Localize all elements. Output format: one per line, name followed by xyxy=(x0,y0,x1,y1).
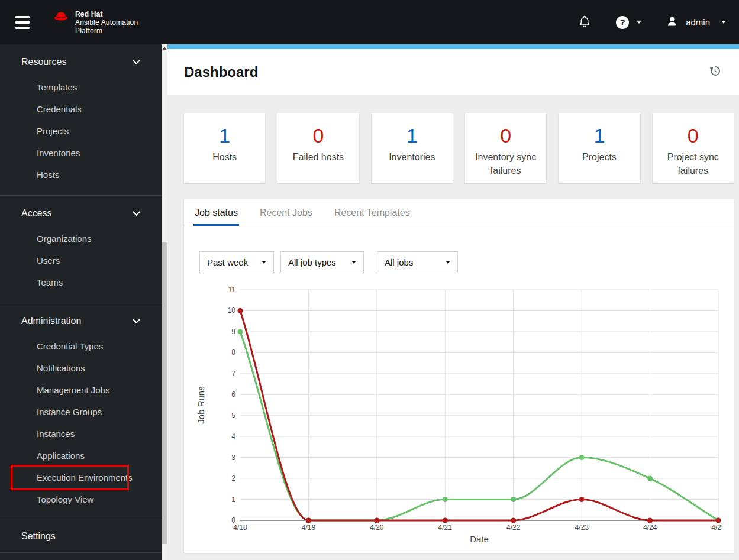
sidebar-item-credential-types[interactable]: Credential Types xyxy=(0,335,162,357)
sidebar-item-instance-groups[interactable]: Instance Groups xyxy=(0,401,162,423)
summary-card-inventory-sync-failures: 0Inventory sync failures xyxy=(465,113,546,183)
x-tick-label: 4/18 xyxy=(233,523,247,532)
tab-recent-templates[interactable]: Recent Templates xyxy=(333,199,411,226)
filter-select-all-job-types[interactable]: All job types xyxy=(280,251,364,273)
sidebar-item-applications[interactable]: Applications xyxy=(0,445,162,467)
y-tick-label: 7 xyxy=(231,370,235,378)
sidebar-group-toggle-administration[interactable]: Administration xyxy=(0,307,162,335)
sidebar-item-users[interactable]: Users xyxy=(0,250,162,271)
sidebar-group-settings: Settings xyxy=(0,520,162,553)
user-menu-button[interactable]: admin xyxy=(666,15,726,29)
scrollbar-up-arrow-icon[interactable] xyxy=(162,47,167,50)
dashboard-content: 1Hosts0Failed hosts1Inventories0Inventor… xyxy=(167,95,739,553)
data-point-red[interactable] xyxy=(511,518,516,523)
data-point-red[interactable] xyxy=(579,497,585,502)
sidebar-item-projects[interactable]: Projects xyxy=(0,120,162,142)
sidebar-item-templates[interactable]: Templates xyxy=(0,76,162,98)
y-axis-title: Job Runs xyxy=(196,386,206,423)
help-menu-button[interactable]: ? xyxy=(616,16,641,29)
caret-down-icon xyxy=(637,21,641,24)
card-value[interactable]: 0 xyxy=(653,124,734,147)
nav-toggle-button[interactable] xyxy=(13,14,32,31)
sidebar-group-label: Administration xyxy=(21,316,81,326)
sidebar-item-inventories[interactable]: Inventories xyxy=(0,142,162,164)
data-point-red[interactable] xyxy=(716,518,721,523)
sidebar-scrollbar[interactable] xyxy=(162,44,167,560)
scrollbar-thumb[interactable] xyxy=(162,242,167,544)
brand-line3: Platform xyxy=(75,27,138,35)
bell-icon xyxy=(578,15,591,30)
sidebar-group-label: Access xyxy=(21,208,52,219)
select-value: All jobs xyxy=(385,257,413,267)
data-point-red[interactable] xyxy=(443,518,448,523)
x-tick-label: 4/25 xyxy=(711,523,722,532)
sidebar-item-management-jobs[interactable]: Management Jobs xyxy=(0,379,162,401)
data-point-red[interactable] xyxy=(306,518,311,523)
sidebar-group-resources: ResourcesTemplatesCredentialsProjectsInv… xyxy=(0,44,162,195)
select-value: Past week xyxy=(207,257,248,267)
summary-card-inventories: 1Inventories xyxy=(372,113,453,183)
tab-recent-jobs[interactable]: Recent Jobs xyxy=(259,199,314,226)
sidebar-group-access: AccessOrganizationsUsersTeams xyxy=(0,195,162,303)
x-tick-label: 4/23 xyxy=(575,523,589,532)
sidebar-item-organizations[interactable]: Organizations xyxy=(0,228,162,250)
card-label: Failed hosts xyxy=(280,150,356,164)
data-point-green[interactable] xyxy=(238,329,243,334)
data-point-red[interactable] xyxy=(238,308,243,313)
sidebar-item-hosts[interactable]: Hosts xyxy=(0,164,162,186)
sidebar-item-instances[interactable]: Instances xyxy=(0,423,162,445)
data-point-green[interactable] xyxy=(443,497,448,502)
hamburger-icon xyxy=(15,16,30,18)
sidebar-item-notifications[interactable]: Notifications xyxy=(0,357,162,379)
masthead-actions: ? admin xyxy=(578,15,739,30)
filter-select-all-jobs[interactable]: All jobs xyxy=(377,251,458,273)
sidebar-group-toggle-settings[interactable]: Settings xyxy=(0,522,162,551)
caret-down-icon xyxy=(351,261,356,264)
summary-card-project-sync-failures: 0Project sync failures xyxy=(653,113,734,183)
y-tick-label: 9 xyxy=(231,328,235,336)
sidebar-item-topology-view[interactable]: Topology View xyxy=(0,488,162,510)
card-label: Inventory sync failures xyxy=(468,150,544,177)
summary-cards: 1Hosts0Failed hosts1Inventories0Inventor… xyxy=(184,113,734,183)
select-value: All job types xyxy=(288,257,336,267)
card-value[interactable]: 1 xyxy=(559,124,640,147)
filter-select-past-week[interactable]: Past week xyxy=(199,251,274,273)
data-point-green[interactable] xyxy=(511,497,516,502)
sidebar-item-execution-environments[interactable]: Execution Environments xyxy=(0,467,162,488)
x-tick-label: 4/22 xyxy=(506,523,521,532)
brand-line1: Red Hat xyxy=(75,10,138,18)
data-point-green[interactable] xyxy=(579,455,585,460)
panel-tabs: Job statusRecent JobsRecent Templates xyxy=(184,199,734,226)
data-point-red[interactable] xyxy=(374,518,379,523)
brand-logo[interactable]: Red Hat Ansible Automation Platform xyxy=(52,10,138,35)
redhat-fedora-icon xyxy=(52,10,70,27)
refresh-history-button[interactable] xyxy=(707,63,722,80)
brand-line2: Ansible Automation xyxy=(75,18,138,27)
sidebar-group-toggle-access[interactable]: Access xyxy=(0,199,162,228)
sidebar-group-toggle-resources[interactable]: Resources xyxy=(0,48,162,76)
card-value[interactable]: 0 xyxy=(277,124,359,147)
page-header: Dashboard xyxy=(167,49,739,95)
data-point-green[interactable] xyxy=(647,476,653,481)
card-label: Projects xyxy=(561,150,637,164)
card-value[interactable]: 1 xyxy=(184,124,265,147)
history-icon xyxy=(708,70,721,79)
y-tick-label: 3 xyxy=(231,454,235,462)
job-status-panel: Job statusRecent JobsRecent Templates Pa… xyxy=(184,199,734,553)
card-value[interactable]: 1 xyxy=(372,124,453,147)
sidebar-item-teams[interactable]: Teams xyxy=(0,271,162,293)
summary-card-projects: 1Projects xyxy=(559,113,640,183)
notifications-button[interactable] xyxy=(578,15,591,30)
summary-card-failed-hosts: 0Failed hosts xyxy=(277,113,359,183)
x-tick-label: 4/20 xyxy=(370,523,384,532)
tab-job-status[interactable]: Job status xyxy=(193,199,239,226)
sidebar-item-credentials[interactable]: Credentials xyxy=(0,98,162,120)
sidebar-group-label: Resources xyxy=(21,57,66,67)
filter-row: Past weekAll job typesAll jobs xyxy=(199,251,734,273)
card-value[interactable]: 0 xyxy=(465,124,546,147)
x-tick-label: 4/21 xyxy=(438,523,453,532)
chevron-down-icon xyxy=(133,208,140,216)
data-point-red[interactable] xyxy=(647,518,653,523)
y-tick-label: 1 xyxy=(231,496,235,504)
masthead: Red Hat Ansible Automation Platform ? xyxy=(0,0,739,44)
